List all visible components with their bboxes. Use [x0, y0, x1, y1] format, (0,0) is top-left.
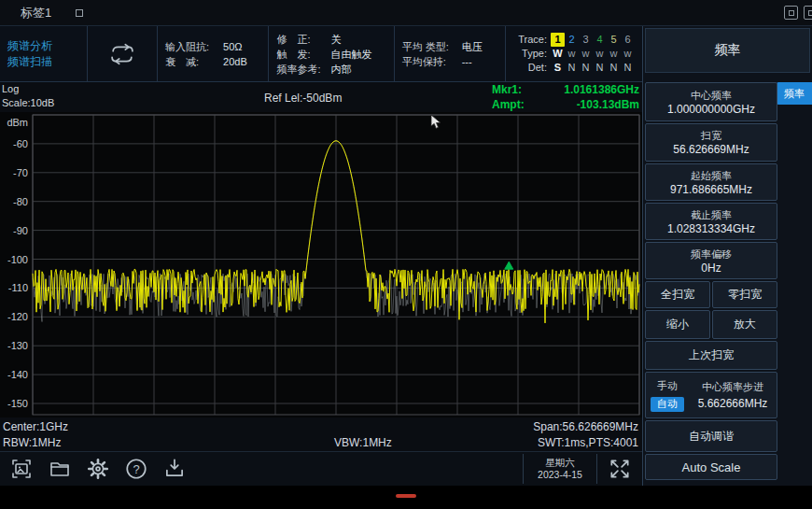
span-pair-row: 全扫宽 零扫宽	[645, 281, 777, 308]
trace-4-selector[interactable]: 4	[593, 33, 607, 47]
frequency-offset-label: 频率偏移	[691, 247, 732, 262]
window-icon-2[interactable]	[804, 6, 812, 20]
svg-text:-70: -70	[13, 167, 28, 178]
trace-2-selector[interactable]: 2	[565, 33, 579, 47]
frequency-tag[interactable]: 频率	[777, 82, 812, 105]
svg-text:-60: -60	[13, 138, 28, 149]
window-icon-1[interactable]	[784, 6, 798, 20]
trace-5-selector[interactable]: 5	[607, 33, 621, 47]
attenuation-value: 20dB	[223, 54, 247, 69]
main-area: 频谱分析 频谱扫描 输入阻抗:50Ω 衰 减:20dB 修 正:	[0, 26, 642, 486]
sidebar-buttons: 中心频率 1.000000000GHz 扫宽 56.626669MHz 起始频率…	[645, 82, 777, 480]
avg-type-value: 电压	[462, 39, 483, 54]
avg-type-label: 平均 类型:	[402, 39, 462, 54]
auto-toggle[interactable]: 自动	[651, 397, 684, 412]
trace-3-det: N	[579, 61, 593, 75]
trace-3-selector[interactable]: 3	[579, 33, 593, 47]
marker-freq: 1.0161386GHz	[564, 82, 639, 97]
mode-spectrum-sweep[interactable]: 频谱扫描	[7, 54, 79, 70]
input-settings-section: 输入阻抗:50Ω 衰 减:20dB	[158, 26, 269, 81]
help-icon: ?	[124, 457, 148, 481]
svg-text:-100: -100	[7, 254, 28, 265]
marker-name: Mkr1:	[492, 82, 522, 97]
svg-text:-110: -110	[8, 282, 28, 293]
zoom-in-button[interactable]: 放大	[712, 310, 777, 339]
tab-close-icon[interactable]	[76, 9, 83, 17]
trace-4-det: N	[593, 61, 607, 75]
span-value: 56.626669MHz	[673, 143, 749, 156]
svg-text:-90: -90	[13, 225, 28, 236]
start-frequency-button[interactable]: 起始频率 971.686665MHz	[645, 163, 777, 201]
home-indicator[interactable]	[396, 494, 416, 498]
trace-2-type: w	[565, 47, 579, 61]
datetime-display[interactable]: 星期六 2023-4-15	[523, 454, 596, 484]
help-button[interactable]: ?	[122, 457, 150, 482]
vbw-readout: VBW:1MHz	[334, 436, 392, 449]
scale-label: Scale:10dB	[2, 96, 54, 110]
bottom-icons: ?	[0, 457, 189, 482]
freq-ref-label: 频率参考:	[276, 62, 330, 77]
log-label: Log	[2, 82, 54, 96]
sidebar-title: 频率	[645, 28, 810, 73]
ref-level-readout: Ref Lel:-50dBm	[264, 92, 342, 105]
file-browser-button[interactable]	[46, 457, 74, 482]
trace-2-det: N	[565, 61, 579, 75]
mouse-cursor	[430, 114, 443, 131]
folder-icon	[47, 458, 73, 480]
spectrum-plot[interactable]: dBm-60-70-80-90-100-110-120-130-140-150	[0, 112, 642, 417]
save-button[interactable]	[161, 457, 189, 482]
auto-tune-button[interactable]: 自动调谐	[645, 420, 777, 452]
trigger-value: 自由触发	[330, 47, 371, 62]
full-span-button[interactable]: 全扫宽	[645, 281, 710, 308]
correction-value: 关	[330, 32, 341, 47]
screenshot-button[interactable]	[7, 457, 35, 482]
cf-step-label: 中心频率步进	[702, 380, 763, 394]
titlebar: 标签1	[0, 0, 812, 26]
trace-1-selector[interactable]: 1	[551, 33, 565, 47]
date-label: 2023-4-15	[538, 469, 582, 481]
average-settings-section: 平均 类型:电压 平均保持:---	[395, 26, 506, 81]
auto-scale-button[interactable]: Auto Scale	[645, 454, 777, 480]
mode-section: 频谱分析 频谱扫描	[0, 26, 88, 81]
cf-step-mode: 手动 自动	[646, 373, 689, 417]
start-frequency-label: 起始频率	[691, 169, 732, 183]
continuous-sweep-button[interactable]	[88, 26, 158, 81]
settings-button[interactable]	[84, 457, 112, 482]
center-frequency-label: 中心频率	[691, 89, 732, 103]
frequency-offset-button[interactable]: 频率偏移 0Hz	[645, 242, 777, 279]
freq-ref-value: 内部	[330, 62, 351, 77]
det-row-label: Det:	[513, 61, 551, 75]
manual-label[interactable]: 手动	[657, 379, 678, 393]
trace-5-det: N	[607, 61, 621, 75]
trace-4-type: w	[593, 47, 607, 61]
trace-table-section: Trace: 1 2 3 4 5 6 Type: W w w w w w	[506, 26, 642, 81]
span-button[interactable]: 扫宽 56.626669MHz	[645, 123, 777, 162]
trace-1-det: S	[551, 61, 565, 75]
zero-span-button[interactable]: 零扫宽	[712, 281, 777, 308]
trigger-label: 触 发:	[276, 47, 330, 62]
bottom-bar: ? 星期六 2023-4-15	[0, 451, 642, 486]
spectrum-display[interactable]: dBm-60-70-80-90-100-110-120-130-140-150	[0, 112, 642, 417]
tab-label1[interactable]: 标签1	[21, 5, 83, 21]
trace-6-selector[interactable]: 6	[621, 33, 635, 47]
attenuation-label: 衰 减:	[165, 54, 223, 69]
mode-spectrum-analysis[interactable]: 频谱分析	[7, 38, 79, 54]
last-span-button[interactable]: 上次扫宽	[645, 341, 777, 370]
trace-row-label: Trace:	[513, 33, 551, 47]
svg-text:-150: -150	[7, 398, 28, 409]
marker-ampt-label: Ampt:	[492, 97, 525, 112]
toolbar: 频谱分析 频谱扫描 输入阻抗:50Ω 衰 减:20dB 修 正:	[0, 26, 642, 82]
zoom-out-button[interactable]: 缩小	[645, 310, 710, 339]
stop-frequency-label: 截止频率	[691, 208, 732, 222]
stop-frequency-button[interactable]: 截止频率 1.028313334GHz	[645, 203, 777, 240]
tab-title: 标签1	[21, 5, 51, 21]
trigger-settings-section: 修 正:关 触 发:自由触发 频率参考:内部	[269, 26, 394, 81]
cf-step-button[interactable]: 手动 自动 中心频率步进 5.662666MHz	[645, 372, 777, 418]
center-frequency-button[interactable]: 中心频率 1.000000000GHz	[645, 82, 777, 121]
svg-text:-130: -130	[7, 340, 28, 351]
start-frequency-value: 971.686665MHz	[670, 183, 752, 196]
fullscreen-button[interactable]	[596, 454, 642, 484]
titlebar-window-icons	[784, 6, 812, 20]
spectrum-analyzer-screen: 标签1 频谱分析 频谱扫描	[0, 0, 812, 509]
stop-frequency-value: 1.028313334GHz	[667, 222, 755, 235]
